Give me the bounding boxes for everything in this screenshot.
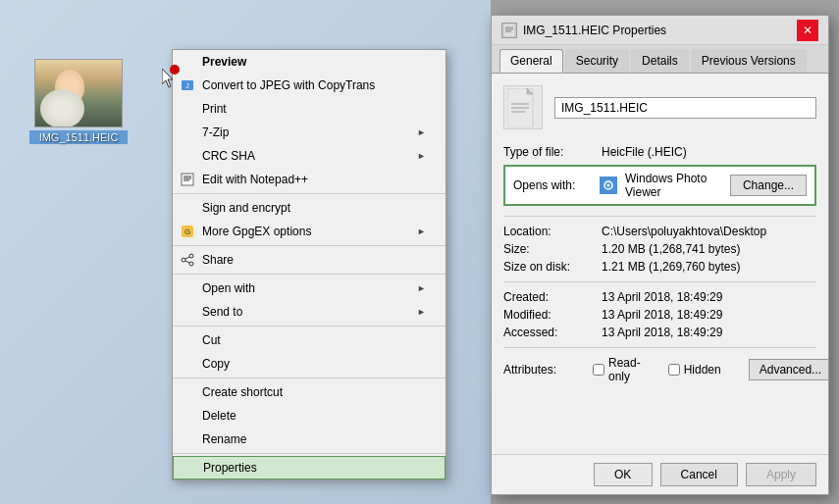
tab-details[interactable]: Details bbox=[631, 49, 689, 73]
svg-rect-14 bbox=[503, 24, 515, 37]
arrow-icon: ► bbox=[417, 307, 426, 317]
separator-1 bbox=[173, 193, 446, 194]
attributes-label: Attributes: bbox=[503, 363, 577, 377]
arrow-icon: ► bbox=[417, 227, 426, 236]
separator-2 bbox=[173, 245, 446, 246]
readonly-group: Read-only bbox=[593, 356, 641, 383]
context-menu-item-convert[interactable]: J Convert to JPEG with CopyTrans bbox=[173, 74, 446, 97]
properties-dialog: IMG_1511.HEIC Properties ✕ General Secur… bbox=[491, 15, 829, 495]
accessed-row: Accessed: 13 April 2018, 18:49:29 bbox=[503, 326, 816, 339]
accessed-label: Accessed: bbox=[503, 326, 602, 339]
svg-point-10 bbox=[182, 258, 185, 262]
size-on-disk-value: 1.21 MB (1,269,760 bytes) bbox=[602, 260, 740, 274]
size-value: 1.20 MB (1,268,741 bytes) bbox=[602, 242, 740, 256]
tab-previous-versions[interactable]: Previous Versions bbox=[691, 49, 807, 73]
divider-3 bbox=[503, 347, 816, 348]
share-icon bbox=[179, 251, 196, 269]
file-icon[interactable]: IMG_1511.HEIC bbox=[29, 59, 128, 144]
type-value: HeicFile (.HEIC) bbox=[602, 145, 687, 159]
file-thumbnail bbox=[34, 59, 123, 127]
file-name-section bbox=[503, 85, 816, 129]
context-menu-item-crcsha[interactable]: CRC SHA ► bbox=[173, 144, 446, 168]
context-menu-item-delete[interactable]: Delete bbox=[173, 404, 446, 428]
convert-icon: J bbox=[179, 76, 196, 94]
separator-5 bbox=[173, 378, 446, 378]
divider-1 bbox=[503, 216, 816, 217]
location-label: Location: bbox=[503, 225, 602, 238]
gpg-icon: G bbox=[179, 223, 196, 240]
context-menu-item-cut[interactable]: Cut bbox=[173, 328, 446, 352]
context-menu-item-print[interactable]: Print bbox=[173, 97, 446, 121]
separator-6 bbox=[173, 453, 446, 454]
photo-viewer-icon bbox=[600, 176, 617, 194]
hidden-group: Hidden bbox=[668, 363, 721, 377]
hidden-checkbox[interactable] bbox=[668, 364, 680, 376]
svg-line-13 bbox=[185, 261, 189, 263]
context-menu-item-properties[interactable]: Properties bbox=[173, 456, 446, 479]
separator-3 bbox=[173, 274, 446, 275]
context-menu-item-createshortcut[interactable]: Create shortcut bbox=[173, 380, 446, 404]
tab-security[interactable]: Security bbox=[565, 49, 629, 73]
modified-value: 13 April 2018, 18:49:29 bbox=[602, 308, 722, 322]
titlebar-left: IMG_1511.HEIC Properties bbox=[501, 23, 666, 38]
dialog-tabs: General Security Details Previous Versio… bbox=[492, 45, 828, 74]
svg-line-12 bbox=[185, 257, 189, 259]
arrow-icon: ► bbox=[417, 151, 426, 161]
cancel-button[interactable]: Cancel bbox=[660, 463, 738, 486]
created-row: Created: 13 April 2018, 18:49:29 bbox=[503, 290, 816, 304]
svg-text:G: G bbox=[184, 227, 190, 236]
location-value: C:\Users\poluyakhtova\Desktop bbox=[602, 225, 766, 238]
change-button[interactable]: Change... bbox=[730, 175, 807, 196]
desktop: IMG_1511.HEIC Preview J Convert to JPEG … bbox=[0, 0, 491, 504]
svg-rect-3 bbox=[182, 174, 193, 185]
apply-button[interactable]: Apply bbox=[746, 463, 816, 486]
context-menu-item-gpgex[interactable]: G More GpgEX options ► bbox=[173, 220, 446, 243]
created-label: Created: bbox=[503, 290, 602, 304]
context-menu-item-openwith[interactable]: Open with ► bbox=[173, 277, 446, 300]
ok-button[interactable]: OK bbox=[594, 463, 653, 486]
readonly-label: Read-only bbox=[608, 356, 641, 383]
size-label: Size: bbox=[503, 242, 602, 256]
context-menu-item-notepad[interactable]: Edit with Notepad++ bbox=[173, 168, 446, 191]
opens-with-app: Windows Photo Viewer bbox=[625, 172, 722, 199]
context-menu-item-share[interactable]: Share bbox=[173, 248, 446, 272]
opens-with-section: Opens with: Windows Photo Viewer Change.… bbox=[503, 165, 816, 206]
filename-input[interactable] bbox=[554, 97, 816, 119]
svg-point-11 bbox=[189, 262, 193, 266]
svg-point-9 bbox=[189, 254, 193, 258]
context-menu-item-signencrypt[interactable]: Sign and encrypt bbox=[173, 196, 446, 220]
file-large-icon bbox=[503, 85, 543, 129]
modified-label: Modified: bbox=[503, 308, 602, 322]
separator-4 bbox=[173, 326, 446, 327]
accessed-value: 13 April 2018, 18:49:29 bbox=[602, 326, 722, 339]
size-row: Size: 1.20 MB (1,268,741 bytes) bbox=[503, 242, 816, 256]
attributes-section: Attributes: Read-only Hidden Advanced... bbox=[503, 356, 816, 383]
file-icon-label: IMG_1511.HEIC bbox=[29, 130, 128, 144]
size-on-disk-row: Size on disk: 1.21 MB (1,269,760 bytes) bbox=[503, 260, 816, 274]
svg-point-25 bbox=[607, 184, 610, 187]
notepad-icon bbox=[179, 171, 196, 188]
dialog-content: Type of file: HeicFile (.HEIC) Opens wit… bbox=[492, 74, 828, 454]
readonly-checkbox[interactable] bbox=[593, 364, 604, 376]
dialog-footer: OK Cancel Apply bbox=[492, 454, 828, 494]
context-menu-item-rename[interactable]: Rename bbox=[173, 428, 446, 451]
created-value: 13 April 2018, 18:49:29 bbox=[602, 290, 722, 304]
dialog-title: IMG_1511.HEIC Properties bbox=[523, 24, 666, 37]
arrow-icon: ► bbox=[417, 127, 426, 137]
advanced-button[interactable]: Advanced... bbox=[749, 359, 828, 380]
context-menu-item-copy[interactable]: Copy bbox=[173, 352, 446, 376]
tab-general[interactable]: General bbox=[499, 49, 563, 73]
size-on-disk-label: Size on disk: bbox=[503, 260, 602, 274]
context-menu-item-sendto[interactable]: Send to ► bbox=[173, 300, 446, 324]
location-row: Location: C:\Users\poluyakhtova\Desktop bbox=[503, 225, 816, 238]
divider-2 bbox=[503, 281, 816, 282]
dialog-close-button[interactable]: ✕ bbox=[797, 20, 818, 41]
opens-with-label: Opens with: bbox=[513, 178, 592, 192]
type-label: Type of file: bbox=[503, 145, 602, 159]
dialog-title-icon bbox=[501, 23, 517, 38]
dialog-titlebar: IMG_1511.HEIC Properties ✕ bbox=[492, 16, 828, 45]
context-menu-item-7zip[interactable]: 7-Zip ► bbox=[173, 121, 446, 144]
svg-text:J: J bbox=[185, 82, 189, 89]
hidden-label: Hidden bbox=[684, 363, 721, 377]
context-menu-item-preview[interactable]: Preview bbox=[173, 50, 446, 74]
